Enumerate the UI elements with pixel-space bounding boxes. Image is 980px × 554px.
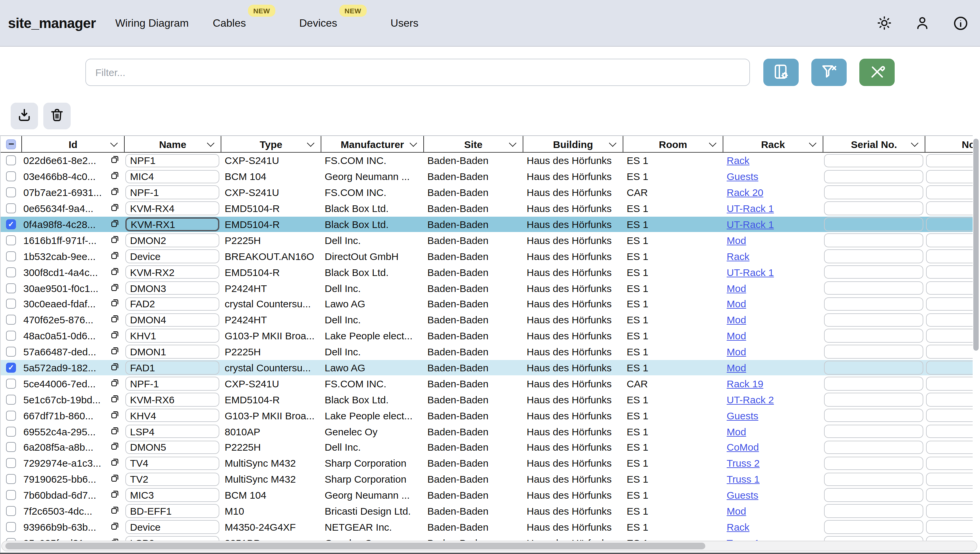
column-header[interactable]: Type (221, 136, 321, 152)
row-checkbox[interactable] (6, 426, 16, 436)
horizontal-scrollbar-thumb[interactable] (5, 543, 705, 549)
column-header[interactable]: Id (21, 136, 124, 152)
copy-id-button[interactable] (111, 235, 119, 246)
name-input[interactable]: Device (125, 249, 220, 263)
column-header[interactable]: Manufacturer (321, 136, 423, 152)
serial-input[interactable] (824, 345, 923, 359)
name-input[interactable]: BD-EFF1 (125, 504, 220, 518)
rack-link[interactable]: CoMod (727, 442, 759, 453)
serial-input[interactable] (824, 425, 923, 438)
theme-sun-icon[interactable] (877, 15, 892, 31)
row-checkbox[interactable] (6, 490, 16, 500)
nav-item-cables[interactable]: Cables NEW (213, 17, 246, 29)
serial-input[interactable] (824, 440, 923, 454)
notes-input[interactable] (926, 440, 973, 454)
row-checkbox[interactable] (6, 379, 16, 388)
rack-link[interactable]: Mod (727, 505, 746, 517)
download-button[interactable] (11, 103, 38, 129)
serial-input[interactable] (824, 488, 923, 502)
rack-link[interactable]: Rack (727, 521, 749, 533)
serial-input[interactable] (824, 281, 923, 295)
chevron-down-icon[interactable] (609, 139, 617, 147)
rack-link[interactable]: Guests (727, 410, 758, 421)
rack-link[interactable]: Truss 1 (727, 474, 760, 485)
serial-input[interactable] (824, 170, 923, 183)
row-checkbox[interactable] (6, 315, 16, 325)
serial-input[interactable] (824, 472, 923, 486)
name-input[interactable]: MIC3 (125, 488, 220, 502)
name-input[interactable]: KVM-RX2 (125, 265, 220, 279)
notes-input[interactable] (926, 233, 973, 247)
notes-input[interactable] (926, 281, 973, 295)
row-checkbox[interactable] (6, 299, 16, 309)
serial-input[interactable] (824, 313, 923, 327)
rack-link[interactable]: Rack (727, 251, 749, 262)
copy-id-button[interactable] (111, 458, 119, 469)
rack-link[interactable]: Mod (727, 346, 746, 357)
user-icon[interactable] (915, 15, 930, 31)
nav-item-users[interactable]: Users (391, 17, 418, 29)
copy-id-button[interactable] (111, 489, 119, 501)
copy-id-button[interactable] (111, 219, 119, 230)
name-input[interactable]: DMON4 (125, 313, 220, 327)
rack-link[interactable]: Mod (727, 314, 746, 326)
row-checkbox[interactable] (6, 331, 16, 341)
copy-id-button[interactable] (111, 442, 119, 453)
row-checkbox[interactable] (6, 235, 16, 245)
row-checkbox[interactable] (6, 363, 16, 373)
rack-link[interactable]: Mod (727, 426, 746, 437)
notes-input[interactable] (926, 488, 973, 502)
vertical-scrollbar-thumb[interactable] (973, 138, 978, 351)
rack-link[interactable]: Mod (727, 330, 746, 341)
rack-link[interactable]: Rack 20 (727, 187, 763, 198)
notes-input[interactable] (926, 218, 973, 231)
name-input[interactable]: KHV4 (125, 409, 220, 422)
column-header[interactable]: Notes (925, 136, 973, 152)
notes-input[interactable] (926, 409, 973, 422)
notes-input[interactable] (926, 170, 973, 183)
name-input[interactable]: DMON2 (125, 233, 220, 247)
row-checkbox[interactable] (6, 172, 16, 181)
name-input[interactable]: KVM-RX4 (125, 202, 220, 215)
name-input[interactable]: FAD2 (125, 297, 220, 310)
rack-link[interactable]: Rack (727, 155, 749, 166)
name-input[interactable]: KVM-RX6 (125, 393, 220, 406)
notes-input[interactable] (926, 186, 973, 199)
delete-button[interactable] (43, 103, 71, 129)
serial-input[interactable] (824, 456, 923, 470)
name-input[interactable]: NPF1 (125, 154, 220, 167)
chevron-down-icon[interactable] (307, 139, 315, 147)
copy-id-button[interactable] (111, 266, 119, 278)
serial-input[interactable] (824, 377, 923, 390)
copy-id-button[interactable] (111, 362, 119, 373)
copy-id-button[interactable] (111, 474, 119, 485)
serial-input[interactable] (824, 154, 923, 167)
rack-link[interactable]: Mod (727, 235, 746, 246)
row-checkbox[interactable] (6, 506, 16, 516)
notes-input[interactable] (926, 329, 973, 343)
row-checkbox[interactable] (6, 347, 16, 357)
rack-link[interactable]: Truss 2 (727, 458, 760, 469)
rack-link[interactable]: Mod (727, 298, 746, 310)
copy-id-button[interactable] (111, 251, 119, 262)
serial-input[interactable] (824, 218, 923, 231)
notes-input[interactable] (926, 425, 973, 438)
notes-input[interactable] (926, 504, 973, 518)
column-header[interactable]: Building (523, 136, 623, 152)
chevron-down-icon[interactable] (207, 139, 215, 147)
copy-id-button[interactable] (111, 426, 119, 437)
name-input[interactable]: TV2 (125, 472, 220, 486)
rack-link[interactable]: Rack 19 (727, 378, 763, 389)
serial-input[interactable] (824, 186, 923, 199)
copy-id-button[interactable] (111, 394, 119, 405)
row-checkbox[interactable] (6, 203, 16, 213)
row-checkbox[interactable] (6, 283, 16, 293)
info-icon[interactable] (953, 15, 969, 31)
notes-input[interactable] (926, 313, 973, 327)
rack-link[interactable]: Guests (727, 489, 758, 501)
notes-input[interactable] (926, 265, 973, 279)
copy-id-button[interactable] (111, 410, 119, 421)
name-input[interactable]: LSP4 (125, 425, 220, 438)
name-input[interactable]: MIC4 (125, 170, 220, 183)
copy-id-button[interactable] (111, 505, 119, 517)
